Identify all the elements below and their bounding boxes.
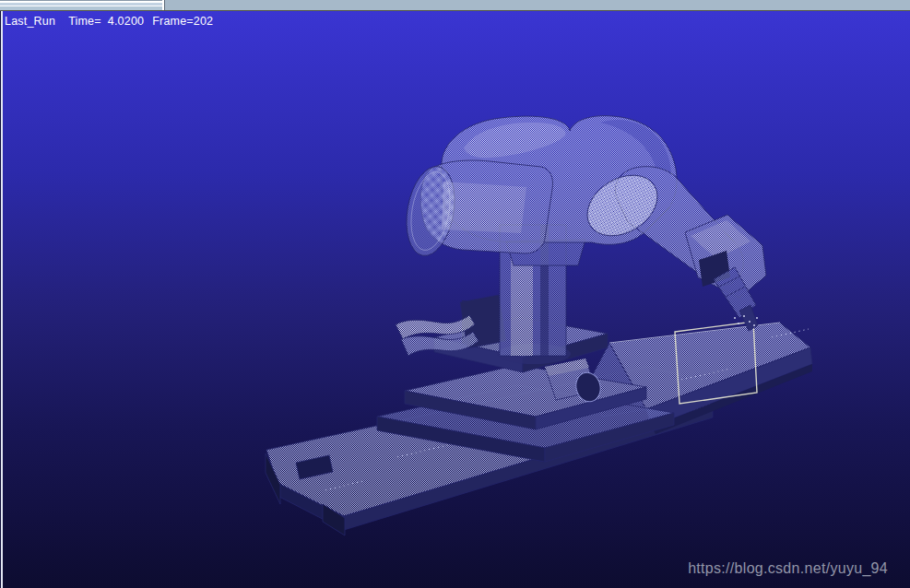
frame-value: 202 [194,15,213,28]
watermark: https://blog.csdn.net/yuyu_94 [688,560,888,577]
run-name: Last_Run [5,15,55,28]
time-label: Time= [68,15,101,28]
status-line: Last_RunTime=4.0200Frame=202 [5,15,213,28]
wrist-assembly [685,215,766,331]
render-canvas[interactable] [1,0,910,588]
animation-window: Last_RunTime=4.0200Frame=202 [0,0,910,588]
frame-label: Frame= [152,15,194,28]
time-value: 4.0200 [108,15,144,28]
3d-viewport[interactable]: Last_RunTime=4.0200Frame=202 [0,11,910,588]
